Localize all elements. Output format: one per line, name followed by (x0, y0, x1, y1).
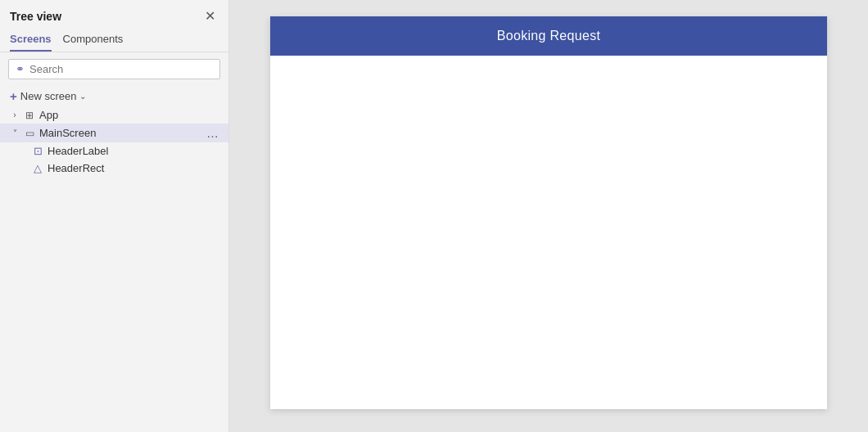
sidebar-tabs: Screens Components (0, 29, 228, 52)
canvas-header-bar: Booking Request (270, 16, 827, 56)
headerrect-label: HeaderRect (47, 162, 219, 174)
close-button[interactable]: ✕ (201, 8, 219, 25)
sidebar-title: Tree view (10, 10, 61, 23)
app-icon (23, 109, 36, 121)
expand-icon-app: › (10, 110, 20, 119)
screen-icon (23, 127, 36, 139)
app-label: App (39, 109, 219, 121)
rect-icon (31, 162, 44, 174)
expand-icon-mainscreen: ˅ (10, 128, 20, 137)
canvas-body (270, 56, 827, 409)
more-options-icon[interactable]: … (206, 126, 219, 140)
chevron-down-icon: ⌄ (79, 92, 86, 101)
tab-screens[interactable]: Screens (10, 29, 52, 52)
plus-icon: + (10, 89, 17, 103)
canvas-header-title: Booking Request (497, 29, 600, 43)
mainscreen-label: MainScreen (39, 127, 203, 139)
canvas-area: Booking Request (229, 0, 868, 432)
label-icon (31, 145, 44, 157)
tree-item-mainscreen[interactable]: ˅ MainScreen … (0, 124, 228, 142)
new-screen-row[interactable]: + New screen ⌄ (0, 86, 228, 106)
tree-item-headerlabel[interactable]: HeaderLabel (0, 142, 228, 160)
canvas-frame: Booking Request (270, 16, 827, 409)
search-container: ⚭ (8, 59, 220, 79)
headerlabel-label: HeaderLabel (47, 145, 219, 157)
tab-components[interactable]: Components (63, 29, 124, 52)
tree-item-app[interactable]: › App (0, 106, 228, 124)
tree-item-headerrect[interactable]: HeaderRect (0, 160, 228, 177)
new-screen-label: New screen (20, 90, 77, 102)
sidebar-header: Tree view ✕ (0, 0, 228, 29)
sidebar: Tree view ✕ Screens Components ⚭ + New s… (0, 0, 229, 432)
search-input[interactable] (29, 63, 213, 75)
search-icon: ⚭ (16, 63, 25, 75)
